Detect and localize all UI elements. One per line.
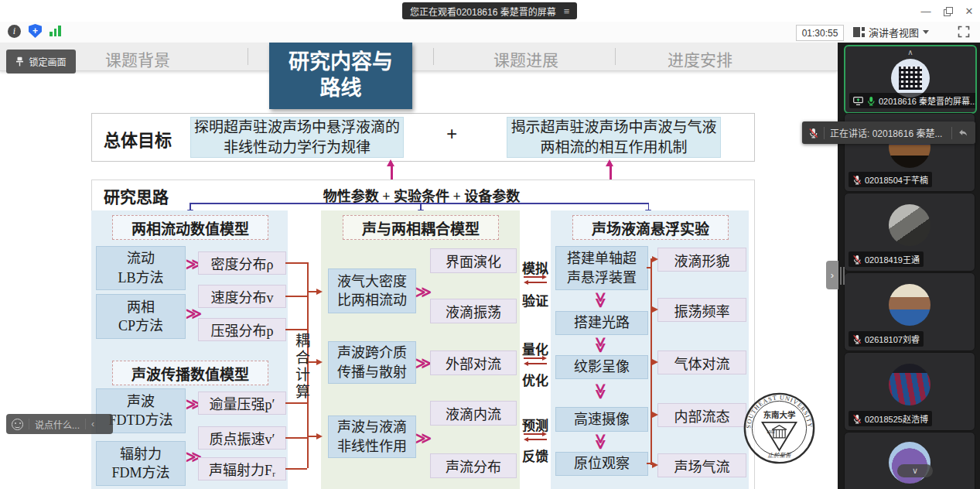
arrow-stub [307,291,316,292]
participant-name: 02618107刘睿 [865,333,920,345]
participant-tile[interactable]: 02618107刘睿 [844,272,975,351]
bracket-stub [285,329,307,330]
step-box: 高速摄像 [555,407,648,432]
divider [29,419,29,429]
right-arrow [316,289,323,295]
scroll-down-button[interactable]: ∨ [897,464,933,477]
bidirectional-arrow [524,432,547,443]
link-label: 验证 [520,290,551,309]
sidebar-collapse-handle[interactable]: › [826,261,838,289]
bidirectional-arrow [524,356,547,367]
method-box: 流动LB方法 [96,246,186,290]
goal-statement-2: 揭示超声驻波声场中声波与气液两相流的相互作用机制 [507,117,721,158]
output-box: 界面演化 [430,248,517,273]
double-angle-down-icon: ≫ [593,292,609,309]
fullscreen-button[interactable] [958,26,970,41]
link-label: 优化 [520,370,551,389]
view-mode-selector[interactable]: 演讲者视图 [853,24,929,40]
double-angle-down-icon: ≫ [593,384,609,400]
participant-tile[interactable]: ∧ 02018616 秦楚晋的屏幕... [844,45,977,114]
reply-arrow-icon[interactable] [958,128,969,138]
tab-separator [433,48,434,65]
window-titlebar: 您正在观看02018616 秦楚晋的屏幕 ≡ — ✕ [0,0,980,22]
meeting-info-icon[interactable]: i [8,25,21,38]
minimize-button[interactable]: — [919,5,933,17]
lock-view-label: 锁定画面 [29,55,66,68]
method-box: 两相CP方法 [96,294,186,339]
bracket-stub [285,437,307,439]
speaking-banner: 正在讲话: 02018616 秦楚... [802,121,975,144]
restore-button[interactable] [941,5,954,17]
right-arrow [652,306,658,313]
mic-muted-icon [852,334,862,344]
participant-avatar [889,364,930,405]
university-seal: SOUTHEAST UNIVERSITY 东南大学 1902 止於至善 [743,392,816,465]
col1-header: 两相流动数值模型 [112,215,268,240]
col2-header: 声与两相耦合模型 [343,215,499,240]
participant-name: 02018525赵浩博 [865,412,928,425]
layout-icon [853,27,865,37]
spine-stub [647,463,650,464]
participant-name-label: 02018419王通 [849,251,924,267]
participant-tile[interactable]: 02018525赵浩博 [844,352,975,431]
mic-on-icon [866,96,876,106]
scroll-up-icon[interactable]: ∧ [907,48,913,56]
input-box: 声波与液滴非线性作用 [328,415,416,458]
speaking-banner-text: 正在讲话: 02018616 秦楚... [830,126,946,139]
collapse-chat-icon[interactable]: ‹ [91,419,94,429]
meeting-window: 您正在观看02018616 秦楚晋的屏幕 ≡ — ✕ i + 01:30:55 … [0,0,980,489]
output-box: 压强分布p [198,318,286,341]
double-angle-down-icon: ≫ [593,337,609,354]
bracket-stub [285,296,307,297]
network-signal-icon [50,26,61,36]
screen-share-icon [853,97,863,105]
participant-name-label: 02018504于芊楠 [849,172,932,187]
participant-name: 02018504于芊楠 [865,173,928,186]
step-box: 搭建单轴超声悬浮装置 [555,246,648,290]
chevron-down-icon: ∨ [912,466,918,476]
emoji-icon[interactable] [12,419,23,430]
double-angle-down-icon: ≫ [593,434,609,450]
divider [85,419,86,429]
close-button[interactable]: ✕ [962,5,976,17]
spine-stub [647,267,650,268]
chat-bar[interactable]: 说点什么... ‹ [6,414,113,434]
goal-plus: + [446,124,457,145]
right-arrow [652,256,658,262]
double-angle-icon: ≫ [415,284,432,299]
output-box: 液滴振荡 [430,299,517,323]
output-box: 声流分布 [430,453,517,478]
overall-goal-label: 总体目标 [104,126,172,151]
bracket-stub [285,468,307,470]
watching-banner: 您正在观看02018616 秦楚晋的屏幕 ≡ [402,2,577,19]
divider [824,127,825,139]
right-arrow [652,462,658,468]
participant-name: 02018419王通 [865,253,920,265]
chevron-down-icon [923,30,929,34]
chat-input[interactable]: 说点什么... [35,418,80,431]
restore-icon [944,7,951,15]
step-box: 纹影呈像 [555,355,648,379]
tab-active-content-route: 研究内容与路线 [269,43,412,109]
right-arrow [652,412,658,418]
participant-name: 02018616 秦楚晋的屏幕... [879,94,977,107]
sidebar-drag-handle[interactable] [840,267,845,285]
up-arrow-stem [610,166,612,180]
input-box: 声波跨介质传播与散射 [328,341,416,384]
seal-year: 1902 [767,430,775,434]
link-label: 反馈 [520,446,551,465]
mic-muted-icon [852,175,862,185]
participant-avatar [889,284,930,326]
participant-avatar [891,59,930,97]
output-box: 气体对流 [657,351,746,374]
banner-menu-icon[interactable]: ≡ [564,6,570,16]
arrow-stub [307,436,316,437]
participant-tile[interactable] [844,432,975,489]
participant-name-label: 02618107刘睿 [849,331,924,347]
mic-muted-icon [808,128,818,138]
participant-tile[interactable]: 02018419王通 [844,193,975,272]
lock-view-button[interactable]: 锁定画面 [6,50,76,74]
output-box: 声辐射力Fᵣ [198,457,286,480]
participant-name-label: 02018525赵浩博 [849,411,932,426]
tab-background: 课题背景 [91,47,184,70]
